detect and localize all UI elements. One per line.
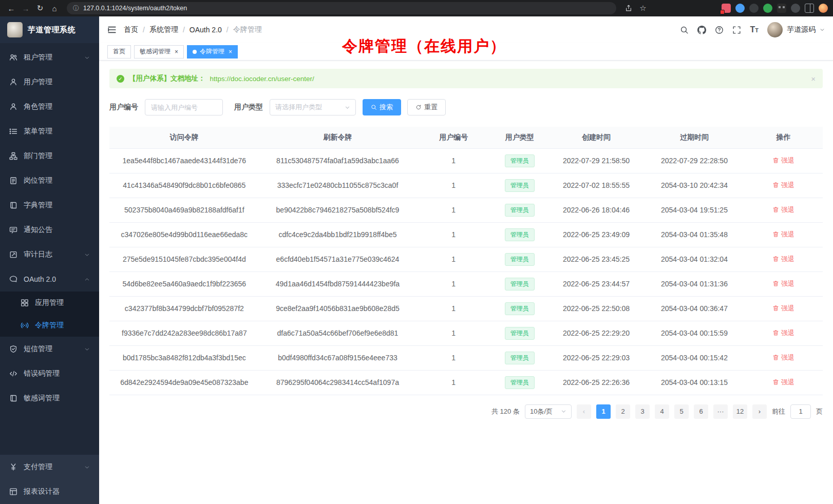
user-id-cell: 1 [416, 247, 491, 272]
share-icon[interactable] [622, 2, 635, 14]
sidebar-toggle-icon[interactable] [107, 25, 117, 34]
reload-icon[interactable]: ↻ [34, 2, 46, 14]
force-logout-button[interactable]: 强退 [772, 181, 794, 190]
page-button-5[interactable]: 5 [674, 404, 689, 419]
sidebar-item-dept[interactable]: 部门管理 [0, 144, 99, 168]
reset-button[interactable]: 重置 [407, 99, 446, 115]
create-time-cell: 2022-06-25 22:50:08 [548, 296, 645, 321]
browser-profile-avatar[interactable] [819, 4, 828, 13]
force-logout-button[interactable]: 强退 [772, 304, 794, 313]
user-menu[interactable]: 芋道源码 [767, 22, 825, 37]
page-size-select[interactable]: 10条/页 [525, 404, 572, 419]
page-button-4[interactable]: 4 [655, 404, 669, 419]
force-logout-button[interactable]: 强退 [772, 279, 794, 288]
breadcrumb-item[interactable]: 系统管理 [149, 25, 178, 34]
goto-page-input[interactable] [790, 404, 811, 419]
user-id-input[interactable] [145, 99, 223, 115]
access-token-cell: 1ea5e44f8bc1467aaede43144f31de76 [109, 148, 259, 173]
trash-icon [772, 231, 779, 238]
tab-令牌管理[interactable]: 令牌管理× [187, 45, 238, 59]
force-logout-button[interactable]: 强退 [772, 353, 794, 362]
page-button-3[interactable]: 3 [635, 404, 650, 419]
tab-close-icon[interactable]: × [175, 48, 178, 55]
user-id-cell: 1 [416, 198, 491, 222]
page-button-2[interactable]: 2 [616, 404, 630, 419]
sidebar-item-oauth2-app[interactable]: 应用管理 [0, 292, 99, 314]
bookmark-star-icon[interactable]: ☆ [637, 2, 649, 14]
chevron-down-icon [84, 252, 90, 258]
force-logout-button[interactable]: 强退 [772, 156, 794, 165]
sidebar-item-tenant[interactable]: 租户管理 [0, 45, 99, 70]
force-logout-button[interactable]: 强退 [772, 205, 794, 215]
fullscreen-icon[interactable] [732, 26, 741, 34]
page-button-12[interactable]: 12 [733, 404, 747, 419]
doc-link[interactable]: https://doc.iocoder.cn/user-center/ [210, 75, 314, 83]
forward-icon[interactable]: → [20, 2, 32, 14]
sidebar-item-audit-log[interactable]: 审计日志 [0, 242, 99, 267]
force-logout-button[interactable]: 强退 [772, 255, 794, 264]
page-ellipsis[interactable]: ··· [713, 404, 728, 419]
home-icon[interactable]: ⌂ [48, 2, 61, 14]
user-type-badge: 管理员 [505, 376, 535, 389]
action-cell: 强退 [744, 247, 823, 272]
user-id-cell: 1 [416, 173, 491, 198]
user-type-select[interactable]: 请选择用户类型 [270, 99, 356, 115]
main-area: 首页/系统管理/OAuth 2.0/令牌管理 TT 芋道源码 首页敏感词管理×令… [99, 16, 833, 504]
prev-page-button[interactable]: ‹ [577, 404, 591, 419]
breadcrumb-item[interactable]: 首页 [124, 25, 138, 34]
extension-icon-1[interactable] [722, 4, 731, 13]
table-row: 6d842e2924594de9a09e45e087323abe8796295f… [109, 370, 823, 395]
alert-close-icon[interactable]: × [811, 74, 816, 83]
user-id-cell: 1 [416, 370, 491, 395]
force-logout-button[interactable]: 强退 [772, 230, 794, 239]
create-time-cell: 2022-06-25 22:29:20 [548, 321, 645, 345]
breadcrumb-item[interactable]: OAuth 2.0 [190, 26, 222, 34]
tab-敏感词管理[interactable]: 敏感词管理× [134, 45, 184, 59]
extension-icon-3[interactable] [749, 4, 759, 13]
create-time-cell: 2022-06-25 23:45:25 [548, 247, 645, 272]
sidebar-item-user[interactable]: 用户管理 [0, 70, 99, 94]
tab-close-icon[interactable]: × [229, 48, 232, 55]
page-button-1[interactable]: 1 [596, 404, 611, 419]
extension-icon-2[interactable] [735, 4, 745, 13]
sidebar-item-error-code[interactable]: 错误码管理 [0, 361, 99, 386]
app-logo[interactable]: 芋道管理系统 [0, 16, 99, 43]
sidebar-item-report-designer[interactable]: 报表设计器 [0, 479, 99, 504]
action-cell: 强退 [744, 296, 823, 321]
sidebar-item-oauth2-token[interactable]: 令牌管理 [0, 314, 99, 337]
extension-icon-6[interactable] [791, 4, 800, 13]
user-type-cell: 管理员 [491, 370, 548, 395]
github-icon[interactable] [697, 26, 706, 34]
address-bar[interactable]: ⓘ 127.0.0.1:1024/system/oauth2/token [67, 2, 616, 14]
search-icon[interactable] [680, 26, 689, 34]
user-id-cell: 1 [416, 148, 491, 173]
sidebar-item-menu[interactable]: 菜单管理 [0, 119, 99, 144]
extension-icon-5[interactable] [777, 4, 786, 13]
tab-首页[interactable]: 首页 [107, 45, 131, 59]
help-icon[interactable] [715, 26, 724, 34]
back-icon[interactable]: ← [5, 2, 17, 14]
chevron-down-icon [84, 346, 90, 352]
extension-icon-4[interactable] [763, 4, 772, 13]
force-logout-button[interactable]: 强退 [772, 378, 794, 387]
next-page-button[interactable]: › [752, 404, 767, 419]
sidebar-item-sensitive-word[interactable]: 敏感词管理 [0, 386, 99, 411]
sidebar-item-pay[interactable]: 支付管理 [0, 455, 99, 479]
sidebar-item-oauth2[interactable]: OAuth 2.0 [0, 267, 99, 292]
sidebar-item-post[interactable]: 岗位管理 [0, 168, 99, 193]
app-window: 芋道管理系统 租户管理用户管理角色管理菜单管理部门管理岗位管理字典管理通知公告审… [0, 16, 833, 504]
page-button-6[interactable]: 6 [694, 404, 708, 419]
sidebar-item-sms[interactable]: 短信管理 [0, 337, 99, 361]
breadcrumb-item[interactable]: 令牌管理 [233, 25, 262, 34]
site-info-icon[interactable]: ⓘ [73, 4, 79, 13]
sidebar-item-dict[interactable]: 字典管理 [0, 193, 99, 218]
navbar-right: TT 芋道源码 [680, 22, 825, 37]
sidebar-item-role[interactable]: 角色管理 [0, 94, 99, 119]
split-view-icon[interactable] [805, 4, 814, 13]
shield-icon [9, 345, 17, 353]
font-size-icon[interactable]: TT [750, 25, 759, 34]
search-button[interactable]: 搜索 [363, 99, 401, 115]
user-type-badge: 管理员 [505, 327, 535, 340]
sidebar-item-notice[interactable]: 通知公告 [0, 218, 99, 242]
force-logout-button[interactable]: 强退 [772, 328, 794, 338]
